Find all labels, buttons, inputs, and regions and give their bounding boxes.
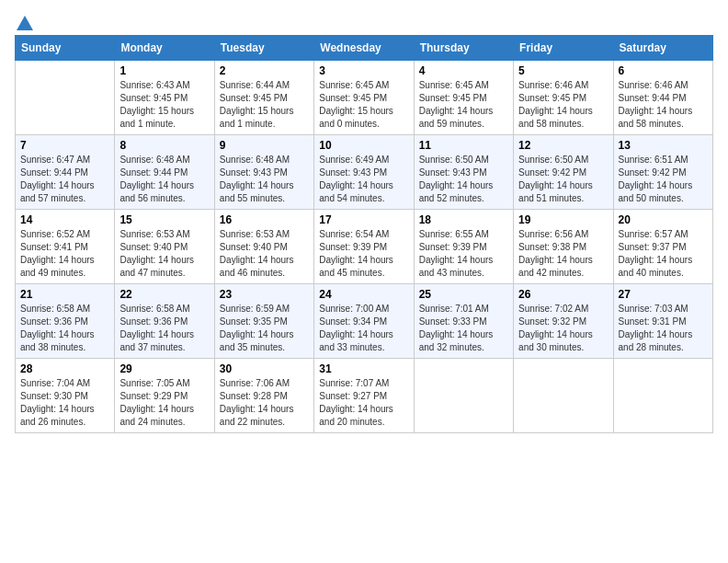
day-number: 28 (20, 362, 109, 375)
day-info: Sunrise: 6:58 AMSunset: 9:36 PMDaylight:… (119, 303, 209, 354)
day-info: Sunrise: 7:06 AMSunset: 9:28 PMDaylight:… (220, 377, 309, 429)
day-number: 24 (319, 288, 408, 301)
day-info: Sunrise: 6:47 AMSunset: 9:44 PMDaylight:… (20, 154, 109, 205)
calendar-cell: 30Sunrise: 7:06 AMSunset: 9:28 PMDayligh… (214, 359, 313, 433)
calendar-cell: 31Sunrise: 7:07 AMSunset: 9:27 PMDayligh… (314, 359, 414, 433)
day-number: 2 (220, 64, 309, 77)
calendar-cell: 9Sunrise: 6:48 AMSunset: 9:43 PMDaylight… (214, 135, 313, 210)
logo (15, 15, 33, 28)
calendar-cell: 16Sunrise: 6:53 AMSunset: 9:40 PMDayligh… (214, 210, 313, 284)
day-info: Sunrise: 6:57 AMSunset: 9:37 PMDaylight:… (619, 228, 708, 280)
day-info: Sunrise: 6:43 AMSunset: 9:45 PMDaylight:… (119, 79, 209, 131)
calendar-cell: 11Sunrise: 6:50 AMSunset: 9:43 PMDayligh… (414, 135, 513, 210)
calendar-cell: 6Sunrise: 6:46 AMSunset: 9:44 PMDaylight… (613, 61, 712, 135)
day-info: Sunrise: 6:53 AMSunset: 9:40 PMDaylight:… (119, 228, 209, 280)
day-number: 8 (119, 139, 209, 152)
calendar-cell: 25Sunrise: 7:01 AMSunset: 9:33 PMDayligh… (414, 284, 513, 359)
day-number: 13 (619, 139, 708, 152)
day-number: 18 (419, 213, 508, 226)
day-number: 1 (119, 64, 209, 77)
day-info: Sunrise: 6:58 AMSunset: 9:36 PMDaylight:… (20, 303, 109, 354)
day-number: 14 (20, 213, 109, 226)
calendar-table: SundayMondayTuesdayWednesdayThursdayFrid… (15, 35, 713, 433)
day-info: Sunrise: 6:45 AMSunset: 9:45 PMDaylight:… (419, 79, 508, 131)
calendar-cell (16, 61, 115, 135)
calendar-cell: 24Sunrise: 7:00 AMSunset: 9:34 PMDayligh… (314, 284, 414, 359)
day-info: Sunrise: 7:03 AMSunset: 9:31 PMDaylight:… (619, 303, 708, 354)
calendar-cell: 18Sunrise: 6:55 AMSunset: 9:39 PMDayligh… (414, 210, 513, 284)
calendar-cell: 23Sunrise: 6:59 AMSunset: 9:35 PMDayligh… (214, 284, 313, 359)
day-number: 16 (220, 213, 309, 226)
calendar-cell: 17Sunrise: 6:54 AMSunset: 9:39 PMDayligh… (314, 210, 414, 284)
day-number: 11 (419, 139, 508, 152)
day-info: Sunrise: 6:59 AMSunset: 9:35 PMDaylight:… (220, 303, 309, 354)
day-number: 4 (419, 64, 508, 77)
page-header (15, 15, 713, 28)
calendar-cell: 21Sunrise: 6:58 AMSunset: 9:36 PMDayligh… (16, 284, 115, 359)
day-number: 20 (619, 213, 708, 226)
day-info: Sunrise: 6:56 AMSunset: 9:38 PMDaylight:… (518, 228, 608, 280)
calendar-cell: 29Sunrise: 7:05 AMSunset: 9:29 PMDayligh… (115, 359, 214, 433)
day-number: 29 (119, 362, 209, 375)
day-number: 7 (20, 139, 109, 152)
day-info: Sunrise: 6:46 AMSunset: 9:44 PMDaylight:… (619, 79, 708, 131)
day-info: Sunrise: 7:00 AMSunset: 9:34 PMDaylight:… (319, 303, 408, 354)
day-number: 10 (319, 139, 408, 152)
calendar-cell (414, 359, 513, 433)
calendar-week-row: 7Sunrise: 6:47 AMSunset: 9:44 PMDaylight… (16, 135, 713, 210)
day-number: 9 (220, 139, 309, 152)
day-info: Sunrise: 6:44 AMSunset: 9:45 PMDaylight:… (220, 79, 309, 131)
day-info: Sunrise: 6:55 AMSunset: 9:39 PMDaylight:… (419, 228, 508, 280)
calendar-cell: 7Sunrise: 6:47 AMSunset: 9:44 PMDaylight… (16, 135, 115, 210)
day-info: Sunrise: 6:49 AMSunset: 9:43 PMDaylight:… (319, 154, 408, 205)
day-info: Sunrise: 6:53 AMSunset: 9:40 PMDaylight:… (220, 228, 309, 280)
calendar-cell (514, 359, 613, 433)
weekday-header-wednesday: Wednesday (314, 36, 414, 61)
weekday-header-tuesday: Tuesday (214, 36, 313, 61)
day-info: Sunrise: 6:46 AMSunset: 9:45 PMDaylight:… (518, 79, 608, 131)
day-number: 22 (119, 288, 209, 301)
calendar-cell: 13Sunrise: 6:51 AMSunset: 9:42 PMDayligh… (613, 135, 712, 210)
day-number: 23 (220, 288, 309, 301)
day-info: Sunrise: 7:01 AMSunset: 9:33 PMDaylight:… (419, 303, 508, 354)
weekday-header-saturday: Saturday (613, 36, 712, 61)
weekday-header-sunday: Sunday (16, 36, 115, 61)
day-info: Sunrise: 6:48 AMSunset: 9:43 PMDaylight:… (220, 154, 309, 205)
day-number: 26 (518, 288, 608, 301)
calendar-week-row: 14Sunrise: 6:52 AMSunset: 9:41 PMDayligh… (16, 210, 713, 284)
calendar-cell: 19Sunrise: 6:56 AMSunset: 9:38 PMDayligh… (514, 210, 613, 284)
weekday-header-monday: Monday (115, 36, 214, 61)
calendar-header-row: SundayMondayTuesdayWednesdayThursdayFrid… (16, 36, 713, 61)
day-info: Sunrise: 7:04 AMSunset: 9:30 PMDaylight:… (20, 377, 109, 429)
day-number: 3 (319, 64, 408, 77)
day-info: Sunrise: 6:54 AMSunset: 9:39 PMDaylight:… (319, 228, 408, 280)
day-number: 21 (20, 288, 109, 301)
day-number: 12 (518, 139, 608, 152)
calendar-cell: 15Sunrise: 6:53 AMSunset: 9:40 PMDayligh… (115, 210, 214, 284)
day-number: 6 (619, 64, 708, 77)
calendar-cell: 26Sunrise: 7:02 AMSunset: 9:32 PMDayligh… (514, 284, 613, 359)
day-number: 25 (419, 288, 508, 301)
day-info: Sunrise: 6:48 AMSunset: 9:44 PMDaylight:… (119, 154, 209, 205)
day-number: 27 (619, 288, 708, 301)
calendar-week-row: 28Sunrise: 7:04 AMSunset: 9:30 PMDayligh… (16, 359, 713, 433)
calendar-cell: 12Sunrise: 6:50 AMSunset: 9:42 PMDayligh… (514, 135, 613, 210)
calendar-week-row: 1Sunrise: 6:43 AMSunset: 9:45 PMDaylight… (16, 61, 713, 135)
svg-marker-0 (17, 16, 33, 30)
day-number: 19 (518, 213, 608, 226)
day-info: Sunrise: 6:50 AMSunset: 9:43 PMDaylight:… (419, 154, 508, 205)
day-number: 17 (319, 213, 408, 226)
logo-icon (17, 15, 33, 31)
calendar-cell (613, 359, 712, 433)
calendar-cell: 10Sunrise: 6:49 AMSunset: 9:43 PMDayligh… (314, 135, 414, 210)
calendar-cell: 4Sunrise: 6:45 AMSunset: 9:45 PMDaylight… (414, 61, 513, 135)
day-number: 30 (220, 362, 309, 375)
day-info: Sunrise: 6:50 AMSunset: 9:42 PMDaylight:… (518, 154, 608, 205)
calendar-week-row: 21Sunrise: 6:58 AMSunset: 9:36 PMDayligh… (16, 284, 713, 359)
day-info: Sunrise: 6:51 AMSunset: 9:42 PMDaylight:… (619, 154, 708, 205)
day-info: Sunrise: 7:05 AMSunset: 9:29 PMDaylight:… (119, 377, 209, 429)
calendar-cell: 28Sunrise: 7:04 AMSunset: 9:30 PMDayligh… (16, 359, 115, 433)
weekday-header-thursday: Thursday (414, 36, 513, 61)
calendar-cell: 2Sunrise: 6:44 AMSunset: 9:45 PMDaylight… (214, 61, 313, 135)
calendar-cell: 20Sunrise: 6:57 AMSunset: 9:37 PMDayligh… (613, 210, 712, 284)
